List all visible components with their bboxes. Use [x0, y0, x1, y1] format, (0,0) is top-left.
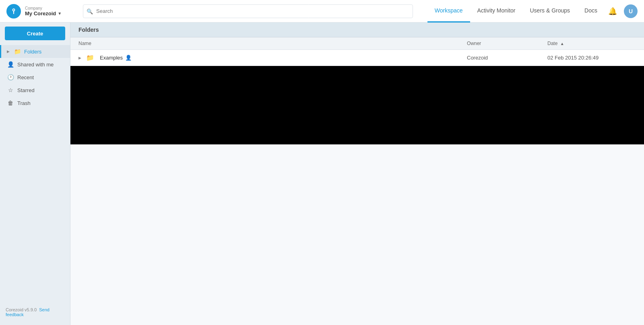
svg-point-1 [13, 9, 14, 10]
nav-users-groups[interactable]: Users & Groups [523, 0, 578, 23]
search-icon: 🔍 [87, 8, 93, 14]
sidebar-item-folders-label: Folders [24, 49, 41, 55]
date-sort-icon: ▲ [560, 41, 564, 46]
sidebar-item-trash[interactable]: 🗑 Trash [0, 97, 70, 109]
company-name[interactable]: My Corezoid ▼ [25, 10, 62, 16]
sidebar-item-starred[interactable]: ☆ Starred [0, 84, 70, 97]
search-input[interactable] [83, 4, 413, 18]
user-avatar[interactable]: U [624, 4, 638, 18]
recent-icon: 🕐 [7, 74, 14, 80]
row-folder-icon: 📁 [86, 54, 94, 62]
sidebar-item-recent-label: Recent [17, 74, 34, 80]
row-expand-icon[interactable]: ▶ [78, 56, 81, 60]
table-row[interactable]: ▶ 📁 Examples 👤 Corezoid 02 Feb 2015 20:2… [70, 50, 644, 66]
company-dropdown-arrow: ▼ [58, 11, 62, 16]
col-header-owner: Owner [467, 41, 547, 46]
nav-workspace[interactable]: Workspace [427, 0, 470, 23]
logo-icon[interactable] [6, 4, 21, 19]
sidebar-item-starred-label: Starred [17, 87, 35, 93]
nav-activity-monitor[interactable]: Activity Monitor [470, 0, 523, 23]
folders-header: Folders [70, 23, 644, 37]
version-text: Corezoid v5.9.0 [6, 307, 37, 312]
starred-icon: ☆ [7, 87, 14, 93]
folders-expand-icon: ▶ [7, 49, 10, 53]
nav-links: Workspace Activity Monitor Users & Group… [427, 0, 638, 23]
row-date: 02 Feb 2015 20:26:49 [547, 55, 636, 61]
sidebar-item-shared-label: Shared with me [17, 62, 54, 68]
content-area: Folders Name Owner Date ▲ ▶ 📁 Examples 👤… [70, 23, 644, 325]
col-header-name: Name [78, 41, 467, 46]
company-info: Company My Corezoid ▼ [25, 6, 62, 16]
sidebar-item-folders[interactable]: ▶ 📁 Folders [0, 45, 70, 58]
main-layout: Create ▶ 📁 Folders 👤 Shared with me 🕐 Re… [0, 23, 644, 325]
folder-icon: 📁 [14, 48, 21, 55]
table-header: Name Owner Date ▲ [70, 37, 644, 50]
trash-icon: 🗑 [7, 100, 14, 106]
sidebar-item-recent[interactable]: 🕐 Recent [0, 71, 70, 84]
search-bar: 🔍 [83, 4, 413, 18]
row-owner: Corezoid [467, 55, 547, 61]
create-button[interactable]: Create [5, 27, 65, 40]
top-navigation: Company My Corezoid ▼ 🔍 Workspace Activi… [0, 0, 644, 23]
nav-docs[interactable]: Docs [577, 0, 605, 23]
shared-icon: 👤 [7, 61, 14, 68]
black-area [70, 66, 644, 144]
sidebar-item-shared[interactable]: 👤 Shared with me [0, 58, 70, 71]
notifications-bell[interactable]: 🔔 [605, 3, 621, 19]
col-header-date[interactable]: Date ▲ [547, 41, 636, 46]
row-name: ▶ 📁 Examples 👤 [78, 54, 467, 62]
sidebar-footer: Corezoid v5.9.0 Send feedback [0, 303, 70, 321]
sidebar: Create ▶ 📁 Folders 👤 Shared with me 🕐 Re… [0, 23, 70, 325]
sidebar-item-trash-label: Trash [17, 100, 31, 106]
company-label: Company [25, 6, 62, 10]
row-share-icon: 👤 [125, 55, 132, 61]
logo-area: Company My Corezoid ▼ [6, 4, 75, 19]
